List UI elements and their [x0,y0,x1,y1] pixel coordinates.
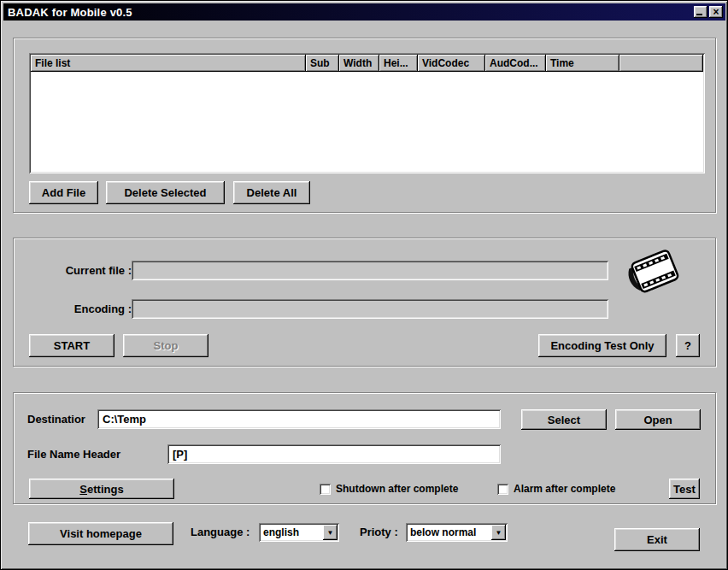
visit-homepage-button[interactable]: Visit homepage [28,522,173,545]
start-button[interactable]: START [29,334,114,357]
stop-button[interactable]: Stop [123,334,208,357]
alarm-after-complete-label: Alarm after complete [514,483,615,495]
settings-label-rest: ettings [87,483,124,496]
shutdown-after-complete-label: Shutdown after complete [336,483,458,495]
column-header-audcodec[interactable]: AudCod... [485,55,546,72]
column-header-width[interactable]: Width [339,55,379,72]
chevron-down-icon[interactable]: ▼ [491,525,506,540]
output-group: Destinatior Select Open File Name Header… [13,392,716,504]
settings-mnemonic: S [79,483,87,496]
shutdown-after-complete-checkbox[interactable]: Shutdown after complete [320,480,458,497]
file-list-header: File list Sub Width Hei... VidCodec AudC… [31,55,703,72]
column-header-sub[interactable]: Sub [306,55,339,72]
file-list-body[interactable] [31,72,703,172]
language-dropdown[interactable]: english ▼ [259,523,339,542]
priority-label: Prioty : [360,523,398,542]
open-button[interactable]: Open [615,409,701,430]
select-button[interactable]: Select [521,409,607,430]
film-clip-icon [624,246,684,299]
alarm-after-complete-checkbox[interactable]: Alarm after complete [497,480,615,497]
app-window: BADAK for Mobile v0.5 × File list Sub Wi… [0,0,728,570]
delete-selected-button[interactable]: Delete Selected [106,181,225,204]
language-label: Language : [191,523,250,542]
language-value: english [263,523,299,542]
checkbox-box-icon[interactable] [497,484,508,495]
minimize-icon [696,14,702,15]
titlebar[interactable]: BADAK for Mobile v0.5 × [3,3,725,21]
minimize-button[interactable] [694,6,707,18]
encoding-test-only-button[interactable]: Encoding Test Only [538,334,666,357]
settings-button[interactable]: Settings [29,479,174,499]
file-list[interactable]: File list Sub Width Hei... VidCodec AudC… [29,53,705,173]
chevron-down-icon[interactable]: ▼ [323,525,338,540]
help-button[interactable]: ? [676,334,700,357]
test-button[interactable]: Test [669,479,700,499]
encoding-label: Encoding : [22,300,132,319]
current-file-field [132,261,608,280]
add-file-button[interactable]: Add File [29,181,98,204]
checkbox-box-icon[interactable] [320,484,331,495]
priority-value: below normal [410,523,476,542]
delete-all-button[interactable]: Delete All [233,181,310,204]
close-button[interactable]: × [709,6,723,18]
destination-label: Destinatior [27,410,85,429]
current-file-label: Current file : [22,261,132,280]
column-header-vidcodec[interactable]: VidCodec [418,55,485,72]
exit-button[interactable]: Exit [614,528,700,551]
file-name-header-label: File Name Header [27,445,120,464]
destination-input[interactable] [97,409,501,429]
column-header-time[interactable]: Time [546,55,619,72]
encoding-group: Current file : Encoding : [13,238,716,367]
file-name-header-input[interactable] [167,444,501,464]
close-icon: × [713,8,719,16]
column-header-height[interactable]: Hei... [379,55,418,72]
encoding-progress-field [132,299,608,319]
window-title: BADAK for Mobile v0.5 [8,6,692,19]
column-header-blank[interactable] [619,55,703,72]
file-list-group: File list Sub Width Hei... VidCodec AudC… [13,38,716,213]
column-header-file-list[interactable]: File list [31,55,306,72]
priority-dropdown[interactable]: below normal ▼ [406,523,508,542]
